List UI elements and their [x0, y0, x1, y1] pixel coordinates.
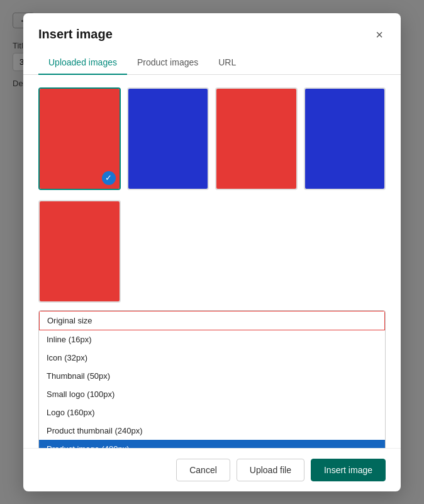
size-option-logo[interactable]: Logo (160px): [39, 403, 385, 422]
image-cell-3[interactable]: [215, 87, 298, 190]
modal-header: Insert image ×: [23, 13, 401, 43]
image-thumbnail-3: [216, 89, 296, 189]
size-dropdown-list: Original size Inline (16px) Icon (32px) …: [38, 310, 386, 448]
modal-title: Insert image: [38, 27, 113, 42]
tab-bar: Uploaded images Product images URL: [23, 51, 401, 75]
insert-image-button[interactable]: Insert image: [311, 459, 386, 481]
selected-badge-1: ✓: [102, 171, 116, 185]
size-option-original[interactable]: Original size: [39, 311, 385, 330]
image-cell-4[interactable]: [304, 87, 386, 190]
size-option-thumbnail[interactable]: Thumbnail (50px): [39, 367, 385, 385]
image-grid: ✓: [38, 87, 386, 190]
modal-backdrop: Insert image × Uploaded images Product i…: [0, 0, 424, 504]
image-grid-row2: [38, 200, 386, 303]
cancel-button[interactable]: Cancel: [176, 459, 230, 481]
image-thumbnail-2: [128, 89, 208, 189]
size-option-icon[interactable]: Icon (32px): [39, 349, 385, 367]
size-option-product-image[interactable]: Product image (480px): [39, 440, 385, 448]
image-cell-1[interactable]: ✓: [38, 87, 121, 190]
size-option-product-thumbnail[interactable]: Product thumbnail (240px): [39, 422, 385, 440]
tab-uploaded-images[interactable]: Uploaded images: [38, 51, 127, 75]
image-cell-5[interactable]: [38, 200, 121, 303]
image-cell-2[interactable]: [127, 87, 209, 190]
image-thumbnail-5: [40, 201, 120, 301]
insert-image-modal: Insert image × Uploaded images Product i…: [23, 13, 401, 491]
size-option-inline[interactable]: Inline (16px): [39, 330, 385, 349]
size-option-small-logo[interactable]: Small logo (100px): [39, 385, 385, 403]
tab-product-images[interactable]: Product images: [127, 51, 208, 75]
close-button[interactable]: ×: [373, 26, 386, 43]
modal-body: ✓: [23, 75, 401, 448]
image-thumbnail-4: [305, 89, 385, 189]
modal-footer: Cancel Upload file Insert image: [23, 448, 401, 491]
upload-file-button[interactable]: Upload file: [237, 459, 304, 481]
tab-url[interactable]: URL: [208, 51, 246, 75]
